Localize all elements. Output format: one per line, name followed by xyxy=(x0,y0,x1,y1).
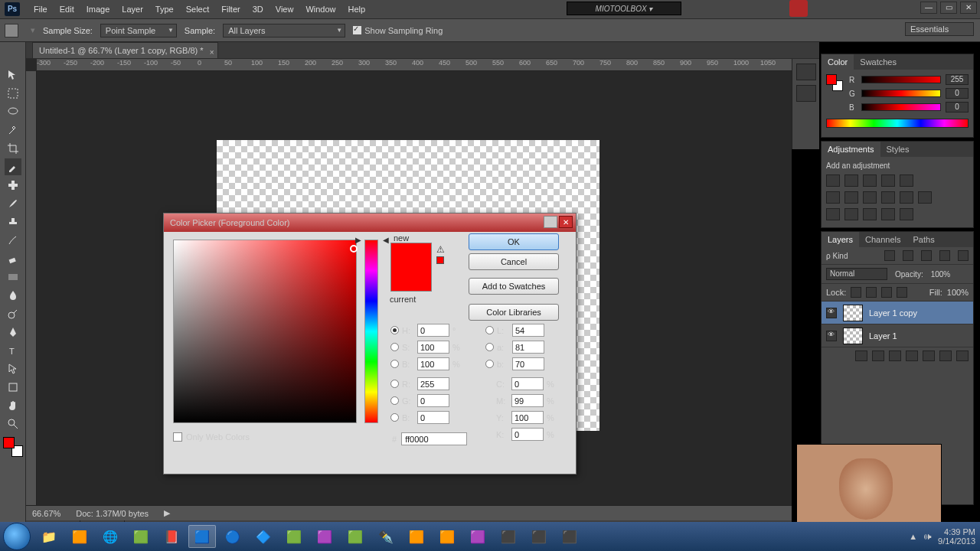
taskbar-icon[interactable]: 🟧 xyxy=(66,525,93,548)
panel-fg-bg-swatch[interactable] xyxy=(826,74,843,91)
taskbar-icon[interactable]: ✒️ xyxy=(372,525,400,548)
menu-3d[interactable]: 3D xyxy=(247,0,270,18)
b-slider[interactable] xyxy=(861,103,941,111)
adj-icon[interactable] xyxy=(844,208,858,220)
filter-icon[interactable] xyxy=(903,250,913,261)
shape-tool-icon[interactable] xyxy=(5,379,21,396)
dodge-tool-icon[interactable] xyxy=(5,305,21,322)
gradient-tool-icon[interactable] xyxy=(5,269,21,285)
b-lab-radio[interactable] xyxy=(485,360,494,368)
b-value[interactable]: 0 xyxy=(946,102,969,112)
tab-channels[interactable]: Channels xyxy=(859,232,906,247)
adj-icon[interactable] xyxy=(826,208,840,220)
menu-edit[interactable]: Edit xyxy=(54,0,80,18)
workspace-switcher[interactable]: Essentials xyxy=(905,22,974,36)
adj-icon[interactable] xyxy=(863,208,877,220)
pen-tool-icon[interactable] xyxy=(5,324,21,341)
stamp-tool-icon[interactable] xyxy=(5,214,21,230)
websafe-warning-icon[interactable] xyxy=(436,256,444,264)
adj-icon[interactable] xyxy=(844,174,858,187)
c-input[interactable] xyxy=(511,377,544,390)
fill-value[interactable]: 100% xyxy=(947,288,969,297)
zoom-readout[interactable]: 66.67% xyxy=(32,509,60,518)
add-to-swatches-button[interactable]: Add to Swatches xyxy=(469,278,559,295)
visibility-toggle-icon[interactable] xyxy=(826,308,837,318)
adj-icon[interactable] xyxy=(900,208,913,220)
l-radio[interactable] xyxy=(485,326,494,334)
h-radio[interactable] xyxy=(390,326,399,334)
fx-icon[interactable] xyxy=(872,350,884,361)
status-arrow-icon[interactable]: ▶ xyxy=(164,508,170,518)
window-minimize-button[interactable]: — xyxy=(920,2,937,14)
color-libraries-button[interactable]: Color Libraries xyxy=(469,304,559,321)
layer-thumbnail[interactable] xyxy=(843,305,863,321)
spectrum-bar[interactable] xyxy=(826,119,969,128)
tab-adjustments[interactable]: Adjustments xyxy=(822,142,880,157)
menu-image[interactable]: Image xyxy=(80,0,116,18)
eraser-tool-icon[interactable] xyxy=(5,250,21,267)
dialog-minimize-button[interactable]: ▭ xyxy=(544,216,557,228)
taskbar-explorer-icon[interactable]: 📁 xyxy=(35,525,63,548)
r-input[interactable] xyxy=(417,377,449,390)
eyedropper-tool-icon[interactable] xyxy=(5,158,21,175)
adj-icon[interactable] xyxy=(881,208,895,220)
y-input[interactable] xyxy=(511,411,544,424)
taskbar-icon[interactable]: 🟧 xyxy=(403,525,430,548)
taskbar-icon[interactable]: ⬛ xyxy=(556,525,583,548)
lock-all-icon[interactable] xyxy=(897,287,907,298)
menu-select[interactable]: Select xyxy=(180,0,216,18)
adj-icon[interactable] xyxy=(900,174,913,187)
taskbar-photoshop-icon[interactable]: 🟦 xyxy=(188,525,216,548)
layer-row[interactable]: Layer 1 xyxy=(822,324,973,347)
menu-window[interactable]: Window xyxy=(299,0,341,18)
menu-help[interactable]: Help xyxy=(342,0,372,18)
lock-position-icon[interactable] xyxy=(881,287,892,298)
path-select-tool-icon[interactable] xyxy=(5,360,21,377)
r-slider[interactable] xyxy=(861,76,941,83)
dock-icon-1[interactable] xyxy=(796,64,816,80)
g-radio[interactable] xyxy=(390,396,399,405)
new-layer-icon[interactable] xyxy=(939,350,952,361)
b-hsb-input[interactable] xyxy=(417,357,449,370)
s-input[interactable] xyxy=(417,341,449,354)
only-web-checkbox[interactable] xyxy=(173,432,182,442)
b-hsb-radio[interactable] xyxy=(390,360,399,368)
show-ring-checkbox[interactable] xyxy=(353,26,361,34)
hand-tool-icon[interactable] xyxy=(5,397,21,414)
l-input[interactable] xyxy=(512,324,544,337)
taskbar-icon[interactable]: 🌐 xyxy=(96,525,124,548)
r-value[interactable]: 255 xyxy=(946,74,969,85)
adj-icon[interactable] xyxy=(900,191,913,204)
plugin-banner[interactable]: MIOTOOLBOX ▾ xyxy=(567,2,681,15)
taskbar-icon[interactable]: ⬛ xyxy=(525,525,553,548)
tab-swatches[interactable]: Swatches xyxy=(854,54,903,70)
taskbar-clock[interactable]: 4:39 PM 9/14/2013 xyxy=(938,527,975,546)
account-avatar-icon[interactable] xyxy=(789,0,808,17)
document-tab[interactable]: Untitled-1 @ 66.7% (Layer 1 copy, RGB/8)… xyxy=(32,42,218,58)
saturation-value-field[interactable] xyxy=(173,240,357,423)
delete-layer-icon[interactable] xyxy=(956,350,969,361)
ok-button[interactable]: OK xyxy=(469,233,559,250)
taskbar-illustrator-icon[interactable]: 🟧 xyxy=(433,525,461,548)
taskbar-ie-icon[interactable]: 🔷 xyxy=(250,525,277,548)
tray-icon[interactable]: 🕪 xyxy=(923,532,932,541)
layer-row[interactable]: Layer 1 copy xyxy=(822,302,973,324)
window-restore-button[interactable]: ▭ xyxy=(940,2,957,14)
g-input[interactable] xyxy=(417,394,449,407)
lock-pixels-icon[interactable] xyxy=(866,287,877,298)
hue-slider[interactable] xyxy=(364,240,378,423)
adj-icon[interactable] xyxy=(826,191,840,204)
opacity-value[interactable]: 100% xyxy=(931,270,951,279)
menu-type[interactable]: Type xyxy=(149,0,180,18)
crop-tool-icon[interactable] xyxy=(5,140,21,157)
adj-icon[interactable] xyxy=(881,174,895,187)
tray-icon[interactable]: ▲ xyxy=(909,532,917,541)
taskbar-icon[interactable]: 🟩 xyxy=(341,525,369,548)
menu-view[interactable]: View xyxy=(270,0,300,18)
adj-icon[interactable] xyxy=(863,174,877,187)
adj-icon[interactable] xyxy=(918,191,932,204)
g-value[interactable]: 0 xyxy=(946,88,969,99)
tab-paths[interactable]: Paths xyxy=(907,232,941,247)
k-input[interactable] xyxy=(511,428,544,441)
adj-icon[interactable] xyxy=(863,191,877,204)
